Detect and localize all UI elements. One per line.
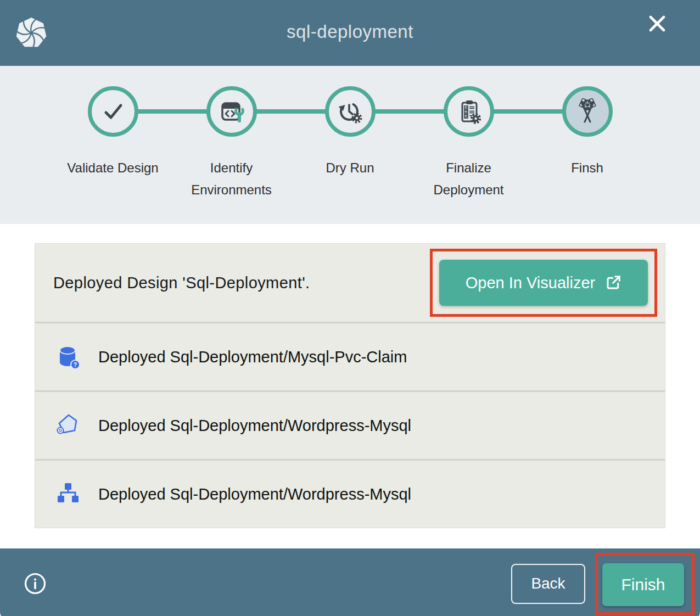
step-identify-environments: Identify Environments xyxy=(172,86,291,201)
deployment-result-row: ? Deployed Sql-Deployment/Mysql-Pvc-Clai… xyxy=(35,322,665,390)
step-finish: Finsh xyxy=(528,86,647,201)
back-button[interactable]: Back xyxy=(511,564,585,604)
step-validate-design: Validate Design xyxy=(54,86,172,201)
results-panel: Deployed Design 'Sql-Deployment'. Open I… xyxy=(0,224,700,528)
deployment-result-text: Deployed Sql-Deployment/Wordpress-Mysql xyxy=(98,417,411,435)
finish-flags-icon[interactable] xyxy=(562,86,613,137)
annotation-box-visualizer: Open In Visualizer xyxy=(430,249,657,317)
app-logo-icon xyxy=(14,15,49,51)
open-in-visualizer-label: Open In Visualizer xyxy=(466,274,595,292)
stepper: Validate Design Identify Environments xyxy=(0,66,700,224)
step-dry-run: Dry Run xyxy=(291,86,410,201)
open-in-visualizer-button[interactable]: Open In Visualizer xyxy=(439,260,648,306)
check-icon[interactable] xyxy=(88,86,138,137)
info-icon[interactable] xyxy=(23,572,47,596)
deployment-results-list: Deployed Design 'Sql-Deployment'. Open I… xyxy=(35,243,665,528)
modal-header: sql-deployment xyxy=(0,0,700,66)
annotation-box-finish: Finish xyxy=(595,553,695,615)
modal-title: sql-deployment xyxy=(287,21,413,42)
deployment-result-row: Deployed Sql-Deployment/Wordpress-Mysql xyxy=(35,390,665,459)
external-link-icon xyxy=(605,275,621,291)
hierarchy-icon xyxy=(55,481,82,507)
deployment-result-text: Deployed Sql-Deployment/Mysql-Pvc-Claim xyxy=(98,348,407,366)
step-label: Identify Environments xyxy=(182,157,281,201)
history-gear-icon[interactable] xyxy=(325,86,376,137)
finish-button[interactable]: Finish xyxy=(602,563,684,606)
code-wrench-icon[interactable] xyxy=(206,86,257,137)
deployment-result-row: Deployed Sql-Deployment/Wordpress-Mysql xyxy=(35,459,665,528)
step-finalize-deployment: Finalize Deployment xyxy=(410,86,528,201)
step-label: Finalize Deployment xyxy=(419,157,518,201)
design-summary-row: Deployed Design 'Sql-Deployment'. Open I… xyxy=(35,244,665,322)
close-icon[interactable] xyxy=(645,11,670,36)
svg-text:?: ? xyxy=(74,362,77,368)
step-label: Validate Design xyxy=(64,157,163,179)
design-summary-text: Deployed Design 'Sql-Deployment'. xyxy=(53,274,310,292)
pod-icon xyxy=(55,412,82,439)
step-label: Dry Run xyxy=(301,157,400,179)
clipboard-gear-icon[interactable] xyxy=(444,86,494,137)
footer-actions: Back Finish xyxy=(511,553,695,615)
modal-footer: Back Finish xyxy=(0,548,700,616)
sql-deployment-modal: sql-deployment Validate Design xyxy=(0,0,700,616)
database-icon: ? xyxy=(55,344,82,370)
deployment-result-text: Deployed Sql-Deployment/Wordpress-Mysql xyxy=(98,485,411,503)
step-label: Finsh xyxy=(538,157,637,179)
